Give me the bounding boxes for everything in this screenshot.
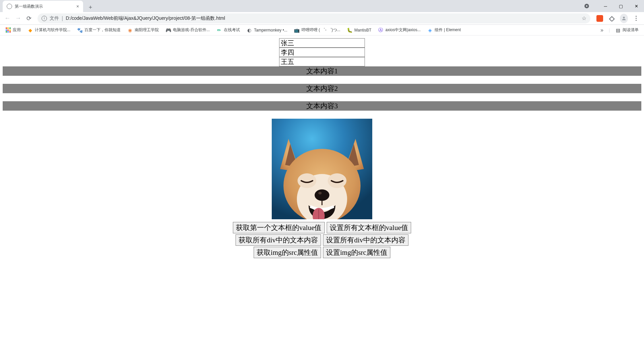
address-bar[interactable]: i 文件 | D:/code/JavaWeb/Web前端/Ajax&JQuery… <box>38 13 590 23</box>
bookmark-label: 在线考试 <box>224 27 240 33</box>
page-content: 文本内容1 文本内容2 文本内容3 <box>0 36 644 261</box>
bookmark-item[interactable]: ◐ Tampermonkey •... <box>244 26 290 34</box>
image-container <box>3 119 641 219</box>
text-input-3[interactable] <box>279 57 365 66</box>
get-img-src-button[interactable]: 获取img的src属性值 <box>254 247 321 258</box>
get-div-text-button[interactable]: 获取所有div中的文本内容 <box>236 234 321 246</box>
bookmark-favicon-icon: ◐ <box>247 27 252 33</box>
forward-button[interactable]: → <box>13 14 23 23</box>
button-row-2: 获取所有div中的文本内容 设置所有div中的文本内容 <box>236 234 408 246</box>
bookmark-item[interactable]: Ⓐ axios中文网|axios... <box>375 26 423 34</box>
browser-chrome: 第一组函数演示 × + ─ ▢ ✕ ← → ⟳ i 文件 | D:/code/J… <box>0 0 644 36</box>
reading-list-label: 阅读清单 <box>623 27 639 33</box>
set-div-text-button[interactable]: 设置所有div中的文本内容 <box>323 234 408 246</box>
svg-point-6 <box>298 173 316 188</box>
chrome-menu-button[interactable] <box>632 14 640 22</box>
tab-strip: 第一组函数演示 × + ─ ▢ ✕ <box>0 0 644 12</box>
address-separator: | <box>62 15 63 21</box>
bookmark-favicon-icon: ◈ <box>427 27 433 33</box>
bookmark-label: 南阳理工学院 <box>135 27 159 33</box>
bookmark-item[interactable]: 🎮 电脑游戏-乔合软件... <box>163 26 212 34</box>
content-div-1: 文本内容1 <box>3 66 641 76</box>
bookmark-favicon-icon: 📺 <box>294 27 300 33</box>
bookmark-star-icon[interactable]: ☆ <box>582 15 586 21</box>
button-row-1: 获取第一个文本框的value值 设置所有文本框的value值 <box>233 222 411 233</box>
bookmark-favicon-icon: ◉ <box>127 27 133 33</box>
extensions-icon[interactable] <box>608 14 616 22</box>
svg-point-8 <box>315 189 329 201</box>
set-all-value-button[interactable]: 设置所有文本框的value值 <box>327 222 411 233</box>
bookmarks-overflow-icon[interactable]: » <box>598 27 606 33</box>
bookmark-label: 应用 <box>13 27 21 33</box>
bookmark-label: 百度一下，你就知道 <box>84 27 121 33</box>
bookmark-label: 电脑游戏-乔合软件... <box>173 27 210 33</box>
bookmark-item[interactable]: ◆ 计算机与软件学院... <box>25 26 73 34</box>
svg-point-9 <box>318 192 322 194</box>
reading-list-icon: ▤ <box>615 27 621 33</box>
new-tab-button[interactable]: + <box>86 3 95 12</box>
address-protocol: 文件 <box>50 15 59 21</box>
address-path: D:/code/JavaWeb/Web前端/Ajax&JQuery/JQuery… <box>66 15 225 21</box>
bookmark-favicon-icon: 🐛 <box>347 27 352 33</box>
bookmark-item[interactable]: ◉ 南阳理工学院 <box>125 26 162 34</box>
profile-avatar[interactable] <box>620 14 628 22</box>
bookmarks-bar: 应用 ◆ 计算机与软件学院... 🐾 百度一下，你就知道 ◉ 南阳理工学院 🎮 … <box>0 25 644 36</box>
close-tab-icon[interactable]: × <box>76 4 79 9</box>
bookmark-favicon-icon: ◆ <box>27 27 33 33</box>
content-div-2: 文本内容2 <box>3 84 641 93</box>
text-input-1[interactable] <box>279 38 365 48</box>
content-div-3: 文本内容3 <box>3 101 641 111</box>
bookmark-item[interactable]: 🐾 百度一下，你就知道 <box>74 26 123 34</box>
globe-icon <box>7 4 12 9</box>
bookmark-item[interactable]: 📺 哔哩哔哩 ( ゜- ゜)つ... <box>292 26 343 34</box>
bookmark-favicon-icon: Ⓐ <box>378 27 383 33</box>
account-icon[interactable] <box>579 0 594 12</box>
extension-tampermonkey-icon[interactable] <box>596 14 604 22</box>
bookmark-item[interactable]: ◈ 组件 | Element <box>425 26 463 34</box>
separator: | <box>609 28 610 33</box>
bookmark-label: Tampermonkey •... <box>254 28 287 33</box>
demo-image <box>272 119 372 219</box>
svg-point-1 <box>586 5 588 7</box>
info-icon[interactable]: i <box>42 16 47 21</box>
button-row-3: 获取img的src属性值 设置img的src属性值 <box>254 247 390 258</box>
bookmark-favicon-icon: 🎮 <box>166 27 171 33</box>
svg-point-2 <box>623 16 625 18</box>
browser-tab[interactable]: 第一组函数演示 × <box>3 1 83 12</box>
bookmark-label: 哔哩哔哩 ( ゜- ゜)つ... <box>302 27 340 33</box>
reload-button[interactable]: ⟳ <box>24 14 34 23</box>
window-controls: ─ ▢ ✕ <box>579 0 644 12</box>
set-img-src-button[interactable]: 设置img的src属性值 <box>323 247 390 258</box>
maximize-button[interactable]: ▢ <box>613 0 629 12</box>
close-window-button[interactable]: ✕ <box>629 0 644 12</box>
bookmark-favicon-icon: ✏ <box>216 27 222 33</box>
bookmark-favicon-icon: 🐾 <box>77 27 82 33</box>
reading-list-button[interactable]: ▤ 阅读清单 <box>613 26 641 34</box>
back-button[interactable]: ← <box>3 14 12 23</box>
tab-title: 第一组函数演示 <box>15 4 74 9</box>
bookmark-label: 组件 | Element <box>435 27 461 33</box>
inputs-container <box>3 38 641 66</box>
browser-toolbar: ← → ⟳ i 文件 | D:/code/JavaWeb/Web前端/Ajax&… <box>0 12 644 25</box>
bookmark-item[interactable]: 🐛 MantisBT <box>344 26 374 34</box>
text-input-2[interactable] <box>279 48 365 57</box>
bookmark-item[interactable]: ✏ 在线考试 <box>214 26 243 34</box>
buttons-container: 获取第一个文本框的value值 设置所有文本框的value值 获取所有div中的… <box>3 222 641 258</box>
bookmark-apps[interactable]: 应用 <box>3 26 23 34</box>
get-first-value-button[interactable]: 获取第一个文本框的value值 <box>233 222 324 233</box>
svg-point-7 <box>328 173 346 188</box>
bookmark-label: MantisBT <box>355 28 372 33</box>
minimize-button[interactable]: ─ <box>598 0 613 12</box>
bookmark-label: 计算机与软件学院... <box>35 27 70 33</box>
bookmark-label: axios中文网|axios... <box>385 27 421 33</box>
